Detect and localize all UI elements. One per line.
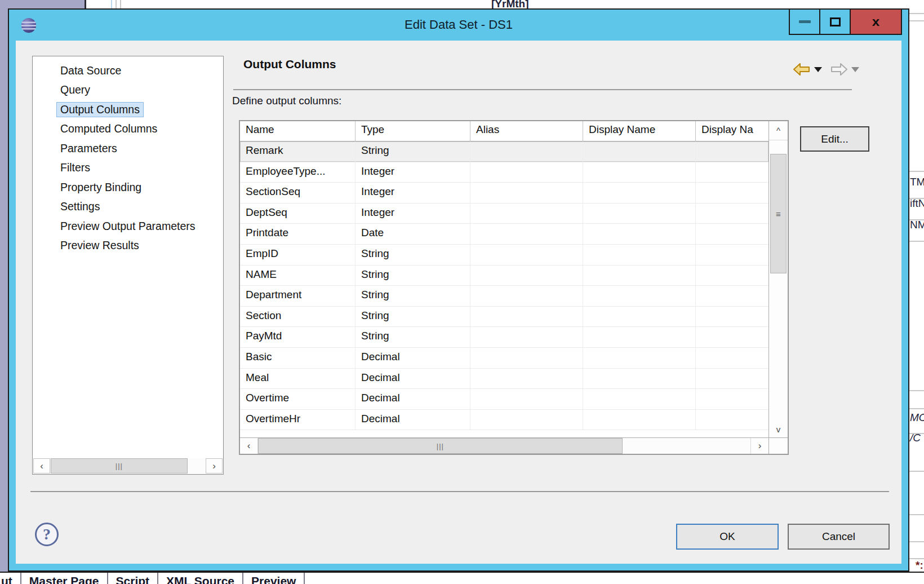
back-dropdown-icon[interactable]	[814, 67, 822, 72]
background-text-fragment: MO	[910, 412, 924, 424]
editor-tab[interactable]: Script	[108, 573, 159, 584]
sidebar-item[interactable]: Preview Results	[33, 236, 223, 256]
editor-tab[interactable]: Preview	[243, 573, 305, 584]
sidebar-item[interactable]: Filters	[33, 158, 223, 178]
edit-data-set-dialog: Edit Data Set - DS1 x Data Source Query …	[8, 8, 909, 572]
scrollbar-thumb[interactable]: |||	[258, 438, 623, 454]
column-header-display-na[interactable]: Display Na	[696, 121, 768, 141]
sidebar-horizontal-scrollbar[interactable]: ‹ ||| ›	[33, 458, 223, 474]
scroll-left-icon[interactable]: ‹	[240, 438, 258, 454]
table-row[interactable]: DeptSeq Integer	[240, 203, 768, 224]
close-button[interactable]: x	[851, 10, 902, 35]
background-editor-top: [YrMth]	[0, 0, 924, 8]
table-row[interactable]: Printdate Date	[240, 224, 768, 245]
table-row[interactable]: Section String	[240, 307, 768, 328]
table-body: Remark String EmployeeType... Integer	[240, 141, 768, 437]
scroll-right-icon[interactable]: ›	[750, 438, 768, 454]
table-row[interactable]: EmpID String	[240, 245, 768, 266]
ok-button[interactable]: OK	[676, 524, 779, 550]
minimize-button[interactable]	[789, 10, 820, 35]
table-vertical-scrollbar[interactable]: ^ ≡ v	[768, 121, 788, 437]
sidebar-item[interactable]: Query	[33, 81, 223, 100]
table-row[interactable]: Department String	[240, 286, 768, 307]
table-row[interactable]: Meal Decimal	[240, 369, 768, 390]
minimize-icon	[799, 20, 811, 23]
table-row[interactable]: Overtime Decimal	[240, 389, 768, 410]
sidebar-item[interactable]: Settings	[33, 197, 223, 217]
table-row[interactable]: Basic Decimal	[240, 348, 768, 369]
dialog-sidebar: Data Source Query Output Columns Compute…	[32, 56, 224, 475]
editor-tab-bar: utMaster PageScriptXML SourcePreview	[0, 572, 924, 584]
cancel-button[interactable]: Cancel	[788, 524, 890, 550]
maximize-icon	[830, 17, 841, 26]
edit-button[interactable]: Edit...	[800, 126, 869, 152]
column-header-display-name[interactable]: Display Name	[583, 121, 696, 141]
table-row[interactable]: EmployeeType... Integer	[240, 162, 768, 183]
sidebar-item[interactable]: Property Binding	[33, 178, 223, 197]
dialog-titlebar[interactable]: Edit Data Set - DS1 x	[9, 10, 908, 41]
background-text-fragment: *:	[916, 559, 923, 572]
dialog-title: Edit Data Set - DS1	[9, 17, 908, 32]
sidebar-item[interactable]: Output Columns	[33, 100, 223, 120]
sidebar-item[interactable]: Parameters	[33, 139, 223, 158]
column-header-name[interactable]: Name	[240, 121, 356, 141]
close-icon: x	[872, 15, 879, 28]
background-yrmth-text: [YrMth]	[491, 0, 528, 8]
sidebar-item[interactable]: Preview Output Parameters	[33, 216, 223, 236]
forward-dropdown-icon[interactable]	[851, 67, 859, 72]
header-separator	[233, 89, 852, 90]
output-columns-table: Name Type Alias Display Name Display Na …	[239, 120, 789, 455]
background-text-fragment: iftN	[910, 197, 924, 210]
scroll-left-icon[interactable]: ‹	[33, 458, 50, 474]
editor-tab[interactable]: ut	[0, 573, 21, 584]
table-row[interactable]: SectionSeq Integer	[240, 183, 768, 203]
scrollbar-thumb[interactable]: ≡	[770, 154, 787, 273]
screen: [YrMth] TMiftNNMMO/C*: utMaster PageScri…	[0, 0, 924, 584]
scroll-up-icon[interactable]: ^	[769, 121, 788, 140]
window-controls: x	[789, 10, 902, 35]
scrollbar-thumb[interactable]: |||	[51, 458, 188, 474]
table-row[interactable]: NAME String	[240, 266, 768, 286]
page-title: Output Columns	[243, 57, 336, 71]
scroll-right-icon[interactable]: ›	[206, 458, 223, 474]
sidebar-item[interactable]: Data Source	[33, 61, 223, 81]
editor-tab[interactable]: XML Source	[158, 573, 243, 584]
table-row[interactable]: Remark String	[240, 141, 768, 162]
define-columns-label: Define output columns:	[232, 95, 341, 107]
table-horizontal-scrollbar[interactable]: ‹ ||| ›	[240, 437, 768, 454]
background-palette-block	[0, 0, 86, 8]
help-icon[interactable]: ?	[35, 523, 59, 546]
table-row[interactable]: OvertimeHr Decimal	[240, 410, 768, 431]
history-navigation	[793, 61, 860, 78]
background-report-table-edge: TMiftNNMMO/C*:	[909, 0, 924, 572]
background-left-panel	[0, 0, 8, 572]
table-header: Name Type Alias Display Name Display Na	[240, 121, 768, 141]
background-text-fragment: TM	[910, 176, 924, 188]
background-text-fragment: NM	[910, 219, 924, 231]
sidebar-item[interactable]: Computed Columns	[33, 120, 223, 139]
footer-separator	[30, 491, 889, 492]
scroll-down-icon[interactable]: v	[769, 421, 788, 437]
background-text-fragment: /C	[910, 432, 921, 444]
editor-tab[interactable]: Master Page	[21, 573, 108, 584]
table-row[interactable]: PayMtd String	[240, 327, 768, 348]
column-header-alias[interactable]: Alias	[470, 121, 583, 141]
dialog-content: Data Source Query Output Columns Compute…	[16, 41, 901, 564]
sidebar-list: Data Source Query Output Columns Compute…	[33, 61, 223, 255]
column-header-type[interactable]: Type	[356, 121, 470, 141]
forward-arrow-icon[interactable]	[830, 63, 848, 76]
maximize-button[interactable]	[820, 10, 851, 35]
back-arrow-icon[interactable]	[793, 63, 811, 76]
